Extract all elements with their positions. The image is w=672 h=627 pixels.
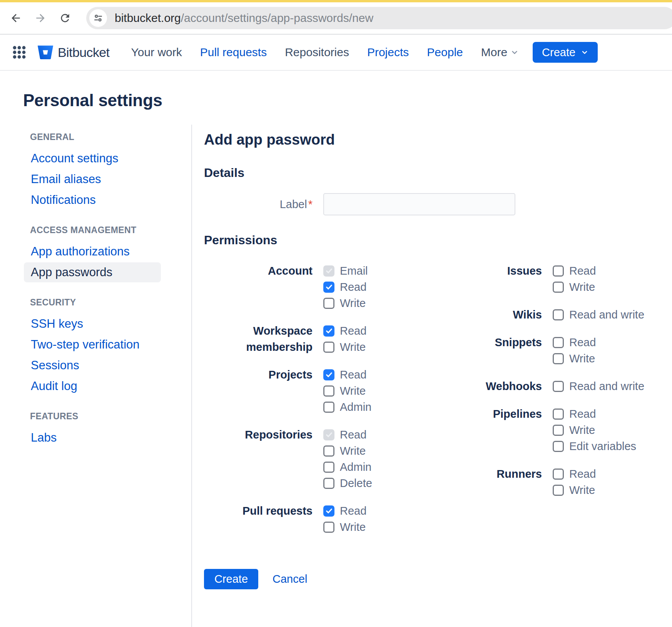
checkbox-webhooks-read-and-write[interactable]: Read and write [553,378,644,394]
checkbox-repositories-admin[interactable]: Admin [323,459,372,475]
sidebar-section-features: FEATURES Labs [23,408,191,448]
checkbox-account-email[interactable]: Email [323,263,368,279]
checkbox [553,282,564,293]
checkbox-pipelines-write[interactable]: Write [553,422,636,438]
checkbox-label: Write [340,521,366,534]
sidebar-item-email-aliases[interactable]: Email aliases [24,169,161,189]
permission-group-runners: Runners Read Write [443,466,672,498]
checkbox-projects-write[interactable]: Write [323,383,371,399]
check-icon [325,507,333,515]
permission-group-pull-requests: Pull requests Read Write [204,503,443,535]
checkbox-snippets-write[interactable]: Write [553,350,596,367]
sidebar-item-account-settings[interactable]: Account settings [24,148,161,168]
checkbox-runners-write[interactable]: Write [553,482,596,498]
nav-create-label: Create [542,46,575,59]
checkbox-issues-read[interactable]: Read [553,263,596,279]
sidebar-item-app-authorizations[interactable]: App authorizations [24,242,161,262]
checkbox-account-write[interactable]: Write [323,295,368,311]
label-input[interactable] [323,193,515,215]
checkbox-label: Read [340,505,366,517]
site-settings-icon[interactable] [89,9,107,27]
checkbox [553,337,564,348]
checkbox-workspace-read[interactable]: Read [323,323,366,339]
checkbox-pipelines-edit-variables[interactable]: Edit variables [553,438,636,454]
create-button[interactable]: Create [204,569,258,589]
checkbox-account-read[interactable]: Read [323,279,368,295]
checkbox-label: Email [340,265,368,277]
nav-pull-requests[interactable]: Pull requests [200,46,267,59]
permission-group-workspace-membership: Workspace membership Read Write [204,323,443,355]
label-field-label: Label* [204,198,313,211]
form-title: Add app password [204,132,672,148]
bitbucket-mark-icon [37,44,54,61]
back-icon[interactable] [8,11,23,25]
screen: bitbucket.org/account/settings/app-passw… [0,0,672,627]
form-actions: Create Cancel [204,569,672,589]
permission-group-label: Account [204,263,313,311]
sidebar-item-labs[interactable]: Labs [24,428,161,448]
forward-icon[interactable] [33,11,48,25]
sidebar-section-general: GENERAL Account settings Email aliases N… [23,128,191,210]
checkbox-issues-write[interactable]: Write [553,279,596,295]
checkbox [323,385,334,397]
checkbox-projects-admin[interactable]: Admin [323,399,371,415]
check-icon [325,267,333,275]
app-switcher-icon[interactable] [12,45,27,60]
permission-group-label: Workspace membership [204,323,313,355]
checkbox-pull-requests-read[interactable]: Read [323,503,366,519]
permissions-column-left: Account Email Read [204,263,443,535]
permission-group-webhooks: Webhooks Read and write [443,378,672,394]
checkbox [323,478,334,489]
checkbox-repositories-read[interactable]: Read [323,427,372,443]
reload-icon[interactable] [58,11,72,25]
nav-people[interactable]: People [427,46,463,59]
permissions-grid: Account Email Read [204,263,672,535]
checkbox [323,369,334,380]
cancel-link[interactable]: Cancel [272,573,307,585]
nav-repositories[interactable]: Repositories [285,46,349,59]
checkbox [553,485,564,496]
browser-toolbar: bitbucket.org/account/settings/app-passw… [0,2,672,35]
checkbox-label: Write [340,385,366,397]
permission-group-issues: Issues Read Write [443,263,672,295]
checkbox-projects-read[interactable]: Read [323,367,371,383]
permission-group-label: Snippets [443,334,542,367]
checkbox-workspace-write[interactable]: Write [323,339,366,355]
chevron-down-icon [581,46,588,59]
checkbox-label: Read [340,429,366,441]
nav-more[interactable]: More [481,46,519,59]
sidebar-section-access-management: ACCESS MANAGEMENT App authorizations App… [23,222,191,282]
address-bar[interactable]: bitbucket.org/account/settings/app-passw… [86,7,672,29]
sidebar-section-security: SECURITY SSH keys Two-step verification … [23,294,191,396]
checkbox [323,522,334,533]
sidebar-item-audit-log[interactable]: Audit log [24,376,161,396]
checkbox [323,402,334,413]
checkbox-label: Read and write [569,380,644,393]
sidebar-item-two-step-verification[interactable]: Two-step verification [24,335,161,355]
checkbox-label: Read [569,408,596,420]
nav-your-work[interactable]: Your work [131,46,182,59]
label-text: Label [280,198,307,210]
checkbox-label: Read [340,325,366,337]
checkbox-pipelines-read[interactable]: Read [553,406,636,422]
checkbox-snippets-read[interactable]: Read [553,334,596,350]
app-navbar: Bitbucket Your work Pull requests Reposi… [0,35,672,71]
sidebar-item-ssh-keys[interactable]: SSH keys [24,314,161,334]
nav-projects[interactable]: Projects [367,46,409,59]
bitbucket-logo[interactable]: Bitbucket [37,44,109,61]
sidebar-item-notifications[interactable]: Notifications [24,190,161,210]
nav-more-label: More [481,46,507,59]
checkbox [553,425,564,436]
checkbox-wikis-read-and-write[interactable]: Read and write [553,307,644,323]
checkbox-pull-requests-write[interactable]: Write [323,519,366,535]
checkbox-repositories-delete[interactable]: Delete [323,475,372,491]
sidebar-item-sessions[interactable]: Sessions [24,355,161,375]
checkbox-label: Read [569,336,596,349]
checkbox-label: Write [569,484,595,497]
permission-group-label: Runners [443,466,542,498]
checkbox-label: Read and write [569,308,644,321]
checkbox-runners-read[interactable]: Read [553,466,596,482]
sidebar-item-app-passwords[interactable]: App passwords [24,262,161,282]
nav-create-button[interactable]: Create [533,42,598,63]
checkbox-repositories-write[interactable]: Write [323,443,372,459]
